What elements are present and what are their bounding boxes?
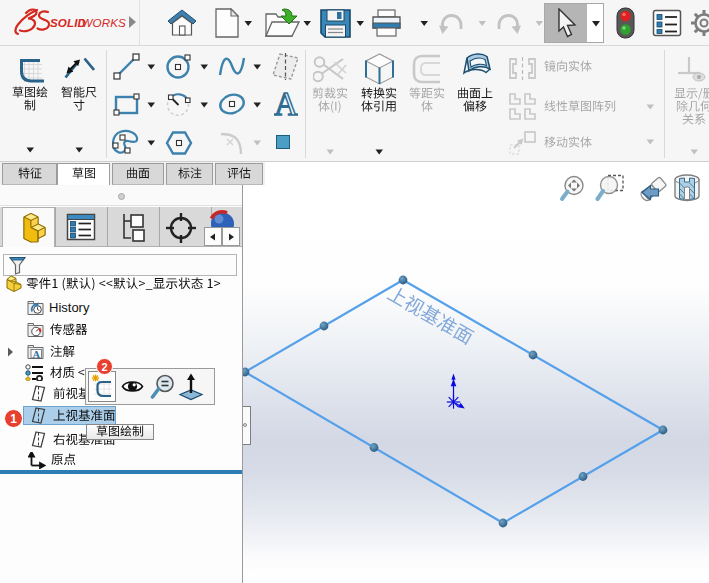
svg-text:A: A	[32, 349, 40, 360]
svg-text:WORKS: WORKS	[82, 16, 126, 29]
svg-text:A: A	[274, 90, 298, 117]
